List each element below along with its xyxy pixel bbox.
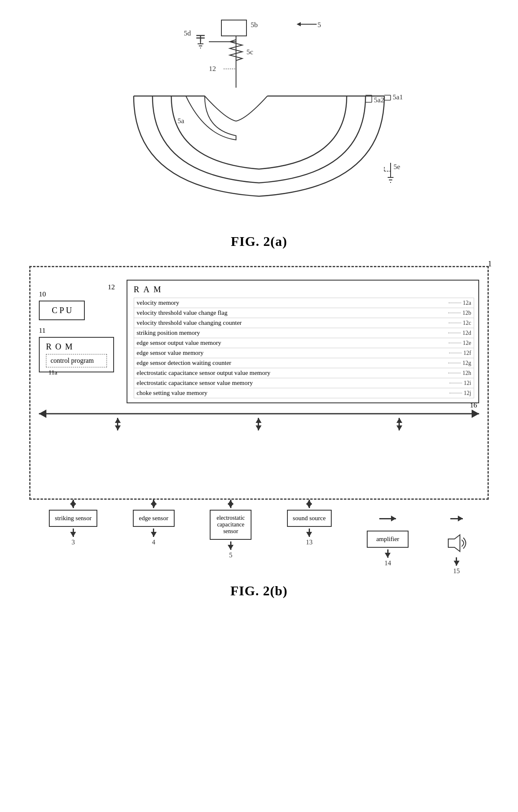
device-col-edge: edge sensor 4 — [133, 500, 175, 546]
rom-box: R O M control program 11a — [39, 337, 114, 372]
bottom-devices: striking sensor 3 edge sensor 4 electros… — [29, 500, 489, 575]
arrow-edge — [153, 500, 154, 508]
svg-text:12: 12 — [209, 65, 216, 73]
electrostatic-sensor-label: electrostaticcapacitancesensor — [216, 515, 245, 534]
svg-marker-14 — [297, 22, 301, 26]
ram-row-label: edge sensor value memory — [137, 349, 446, 357]
ram-row: choke setting value memory 12j — [134, 388, 474, 398]
arrow-sound-source — [309, 500, 310, 508]
ram-row-label: velocity threshold value changing counte… — [137, 319, 445, 326]
sound-source-ref: 13 — [306, 539, 312, 546]
ram-row-ref: 12i — [449, 380, 471, 387]
ram-title: R A M — [134, 285, 474, 294]
ram-row: edge sensor detection waiting counter 12… — [134, 358, 474, 368]
device-col-electrostatic: electrostaticcapacitancesensor 5 — [210, 500, 251, 559]
striking-sensor-box: striking sensor — [49, 510, 97, 527]
ram-row-ref: 12e — [449, 340, 471, 347]
ram-row-label: electrostatic capacitance sensor value m… — [137, 379, 446, 387]
connector-ram — [399, 418, 400, 430]
svg-text:5c: 5c — [246, 48, 254, 56]
arrow-edge-down — [153, 529, 154, 537]
ram-row: velocity memory 12a — [134, 298, 474, 308]
svg-text:5e: 5e — [394, 163, 400, 171]
ram-row-ref: 12c — [449, 320, 471, 326]
bus-arrow — [39, 410, 479, 418]
arrow-electrostatic — [230, 500, 231, 508]
ram-box: R A M velocity memory 12a velocity thres… — [127, 280, 479, 403]
ram-row-ref: 12f — [449, 350, 471, 357]
ram-row-label: velocity threshold value change flag — [137, 309, 445, 316]
fig2b-section: 1 10 C P U 11 R O M — [17, 266, 501, 599]
edge-sensor-label: edge sensor — [139, 515, 168, 521]
sound-source-label: sound source — [293, 515, 326, 521]
ram-row-ref: 12a — [449, 300, 471, 306]
ram-row: edge sensor output value memory 12e — [134, 338, 474, 348]
page-container: 5d 5b 5 5c 12 — [0, 0, 518, 812]
arrow-striking-down — [73, 529, 74, 537]
label-16: 16 — [470, 401, 477, 410]
device-col-striking: striking sensor 3 — [49, 500, 97, 546]
edge-sensor-box: edge sensor — [133, 510, 175, 527]
svg-text:5a2: 5a2 — [374, 96, 384, 104]
label-11a: 11a — [48, 369, 57, 376]
spacer — [470, 418, 471, 430]
label-11: 11 — [39, 326, 46, 335]
ram-row: edge sensor value memory 12f — [134, 348, 474, 358]
arrow-striking — [73, 500, 74, 508]
right-arrow-line — [379, 518, 396, 519]
inner-wrapper: 10 C P U 11 R O M control program 11a — [39, 276, 479, 403]
svg-text:5a1: 5a1 — [393, 93, 403, 101]
ram-row-label: edge sensor detection waiting counter — [137, 359, 445, 367]
svg-text:5a: 5a — [178, 117, 185, 125]
ram-row-ref: 12h — [448, 370, 471, 377]
speaker-ref: 15 — [453, 567, 460, 575]
connector-cpu — [117, 418, 118, 430]
ram-row: electrostatic capacitance sensor output … — [134, 368, 474, 378]
fig2a-svg: 5d 5b 5 5c 12 — [113, 13, 405, 230]
ram-row-ref: 12j — [449, 390, 471, 397]
svg-rect-10 — [221, 20, 246, 36]
right-arrow-line-2 — [450, 518, 463, 519]
bus-line — [39, 413, 479, 415]
label-1: 1 — [488, 260, 492, 268]
ram-row: velocity threshold value changing counte… — [134, 318, 474, 328]
device-col-speaker: 15 — [444, 500, 469, 575]
label-10: 10 — [39, 290, 46, 298]
device-col-amplifier: amplifier 14 — [367, 500, 409, 567]
ram-row-ref: 12b — [448, 310, 471, 316]
ram-row: striking position memory 12d — [134, 328, 474, 338]
electrostatic-sensor-box: electrostaticcapacitancesensor — [210, 510, 251, 540]
ram-row-label: electrostatic capacitance sensor output … — [137, 369, 445, 377]
arrow-electrostatic-down — [230, 541, 231, 550]
ram-rows: velocity memory 12a velocity threshold v… — [134, 298, 474, 398]
ram-row: electrostatic capacitance sensor value m… — [134, 378, 474, 388]
amplifier-label: amplifier — [376, 536, 399, 542]
ram-row-ref: 12d — [448, 330, 471, 336]
edge-sensor-ref: 4 — [152, 539, 155, 546]
ram-row-label: choke setting value memory — [137, 390, 446, 397]
left-column: 10 C P U 11 R O M control program 11a — [39, 301, 122, 403]
fig2b-caption: FIG. 2(b) — [231, 583, 288, 599]
ram-row-label: edge sensor output value memory — [137, 339, 445, 347]
fig2a-section: 5d 5b 5 5c 12 — [17, 13, 501, 258]
label-12: 12 — [108, 283, 115, 291]
svg-text:5: 5 — [317, 21, 321, 29]
control-program-label: control program — [51, 357, 94, 364]
fig2a-caption: FIG. 2(a) — [231, 234, 287, 249]
striking-sensor-ref: 3 — [71, 539, 75, 546]
svg-text:5d: 5d — [184, 29, 191, 37]
rom-title: R O M — [46, 342, 107, 352]
bus-arrowhead-right — [472, 410, 479, 418]
speaker-icon — [444, 531, 469, 556]
arrow-amplifier-down — [387, 549, 388, 558]
rom-inner: control program 11a — [46, 354, 107, 367]
ram-row: velocity threshold value change flag 12b — [134, 308, 474, 318]
electrostatic-sensor-ref: 5 — [229, 551, 232, 559]
amplifier-box: amplifier — [367, 531, 409, 548]
ram-row-ref: 12g — [448, 360, 471, 367]
main-block: 1 10 C P U 11 R O M — [29, 266, 489, 500]
arrow-sound-source-down — [309, 529, 310, 537]
fig2a-diagram: 5d 5b 5 5c 12 — [113, 13, 405, 230]
svg-marker-38 — [448, 535, 460, 551]
arrow-speaker-down — [456, 557, 457, 566]
